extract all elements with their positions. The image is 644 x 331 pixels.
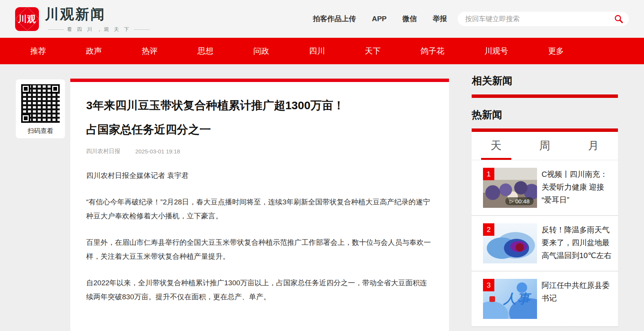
tagline-text: 看 四 川 ，观 天 下 bbox=[67, 26, 131, 33]
nav-item-dove-flower[interactable]: 鸽子花 bbox=[421, 46, 444, 56]
qr-finder-icon bbox=[51, 84, 60, 93]
hot-news-heading: 热新闻 bbox=[472, 108, 618, 122]
nav-item-more[interactable]: 更多 bbox=[548, 46, 564, 56]
nav-item-world[interactable]: 天下 bbox=[365, 46, 381, 56]
nav-item-sichuan[interactable]: 四川 bbox=[309, 46, 325, 56]
qr-finder-icon bbox=[21, 114, 30, 123]
logo-square-text: 川观 bbox=[18, 13, 36, 25]
hot-news-divider bbox=[472, 128, 618, 132]
video-duration-badge: ▷ 00:48 bbox=[505, 197, 534, 205]
nav-item-cg-account[interactable]: 川观号 bbox=[484, 46, 508, 56]
sidebar: 相关新闻 热新闻 天 周 月 1 ▷ 00:48 C视频丨四川南充：关爱听力健康… bbox=[472, 74, 618, 327]
article-timestamp: 2025-03-01 19:18 bbox=[135, 148, 180, 155]
thumbnail-word: 人事 bbox=[503, 290, 531, 308]
nav-item-hot-comment[interactable]: 热评 bbox=[142, 46, 158, 56]
search-icon[interactable] bbox=[614, 14, 624, 24]
hot-news-title: 阿江任中共红原县委书记 bbox=[542, 279, 614, 319]
hot-news-tabs: 天 周 月 bbox=[472, 132, 618, 160]
qr-code-image bbox=[21, 84, 60, 123]
page: 川观 川观新闻 看 四 川 ，观 天 下 拍客作品上传 APP 微信 举报 推荐 bbox=[0, 0, 644, 331]
link-report[interactable]: 举报 bbox=[433, 14, 447, 24]
news-thumbnail-weather-map: 2 bbox=[483, 223, 537, 263]
hot-news-card: 天 周 月 1 ▷ 00:48 C视频丨四川南充：关爱听力健康 迎接“爱耳日” … bbox=[472, 132, 618, 327]
article-body: 四川农村日报全媒体记者 袁宇君 “有信心今年再破纪录！”2月28日，春大豆点播时… bbox=[86, 169, 432, 304]
logo-square-icon: 川观 bbox=[15, 7, 39, 31]
related-news-heading: 相关新闻 bbox=[472, 74, 618, 88]
brand-block: 川观新闻 看 四 川 ，观 天 下 bbox=[45, 5, 153, 33]
hot-news-title: C视频丨四川南充：关爱听力健康 迎接“爱耳日” bbox=[542, 168, 614, 208]
link-upload[interactable]: 拍客作品上传 bbox=[313, 14, 356, 24]
cg-mini-logo-icon bbox=[489, 296, 495, 302]
site-header: 川观 川观新闻 看 四 川 ，观 天 下 拍客作品上传 APP 微信 举报 bbox=[0, 0, 644, 38]
nav-item-thought[interactable]: 思想 bbox=[198, 46, 214, 56]
link-wechat[interactable]: 微信 bbox=[402, 14, 417, 24]
news-thumbnail-personnel: 3 人事 bbox=[483, 279, 537, 319]
article-paragraph: 自2022年以来，全川带状复合种植累计推广1300万亩以上，占国家总任务近四分之… bbox=[86, 276, 432, 304]
play-icon: ▷ bbox=[509, 198, 513, 204]
qr-caption: 扫码查看 bbox=[16, 127, 65, 135]
tab-week[interactable]: 周 bbox=[520, 132, 569, 160]
qr-card: 扫码查看 bbox=[16, 79, 65, 138]
tagline-dash-left bbox=[48, 29, 64, 30]
hot-news-item[interactable]: 1 ▷ 00:48 C视频丨四川南充：关爱听力健康 迎接“爱耳日” bbox=[472, 160, 618, 216]
nav-item-recommend[interactable]: 推荐 bbox=[30, 46, 46, 56]
rank-badge: 1 bbox=[483, 168, 494, 180]
article-paragraph: 四川农村日报全媒体记者 袁宇君 bbox=[86, 169, 432, 183]
article-paragraph: 百里外，在眉山市仁寿县举行的全国大豆玉米带状复合种植示范推广工作部署会上，数十位… bbox=[86, 235, 432, 263]
main-nav: 推荐 政声 热评 思想 问政 四川 天下 鸽子花 川观号 更多 bbox=[0, 38, 644, 64]
link-app[interactable]: APP bbox=[372, 15, 387, 23]
brand-tagline: 看 四 川 ，观 天 下 bbox=[45, 26, 153, 33]
rank-badge: 3 bbox=[483, 279, 494, 291]
nav-item-politics-voice[interactable]: 政声 bbox=[86, 46, 102, 56]
article-paragraph: “有信心今年再破纪录！”2月28日，春大豆点播时间将至，连续3年刷新全国带状复合… bbox=[86, 195, 432, 223]
site-logo[interactable]: 川观 川观新闻 看 四 川 ，观 天 下 bbox=[15, 5, 153, 33]
article-source[interactable]: 四川农村日报 bbox=[86, 148, 120, 155]
header-utility-links: 拍客作品上传 APP 微信 举报 bbox=[313, 14, 447, 24]
hot-news-title: 反转！降温多雨天气要来了，四川盆地最高气温回到10℃左右 bbox=[542, 223, 614, 263]
search-box bbox=[458, 12, 629, 26]
rank-badge: 2 bbox=[483, 223, 494, 236]
video-duration: 00:48 bbox=[515, 198, 529, 204]
article-title-line: 占国家总任务近四分之一 bbox=[86, 118, 432, 142]
article-title: 3年来四川豆玉带状复合种植累计推广超1300万亩！ 占国家总任务近四分之一 bbox=[86, 93, 432, 142]
nav-item-ask-politics[interactable]: 问政 bbox=[253, 46, 269, 56]
brand-title: 川观新闻 bbox=[45, 5, 153, 24]
article-card: 3年来四川豆玉带状复合种植累计推广超1300万亩！ 占国家总任务近四分之一 四川… bbox=[70, 79, 449, 331]
tab-day[interactable]: 天 bbox=[472, 132, 520, 160]
hot-news-item[interactable]: 2 反转！降温多雨天气要来了，四川盆地最高气温回到10℃左右 bbox=[472, 216, 618, 271]
news-thumbnail-classroom: 1 ▷ 00:48 bbox=[483, 168, 537, 208]
hot-news-item[interactable]: 3 人事 阿江任中共红原县委书记 bbox=[472, 271, 618, 327]
search-input[interactable] bbox=[465, 15, 614, 23]
article-byline: 四川农村日报 2025-03-01 19:18 bbox=[86, 148, 432, 155]
related-news-divider bbox=[472, 94, 618, 98]
tagline-dash-right bbox=[134, 29, 150, 30]
qr-finder-icon bbox=[21, 84, 30, 93]
tab-month[interactable]: 月 bbox=[569, 132, 618, 160]
article-title-line: 3年来四川豆玉带状复合种植累计推广超1300万亩！ bbox=[86, 93, 432, 118]
